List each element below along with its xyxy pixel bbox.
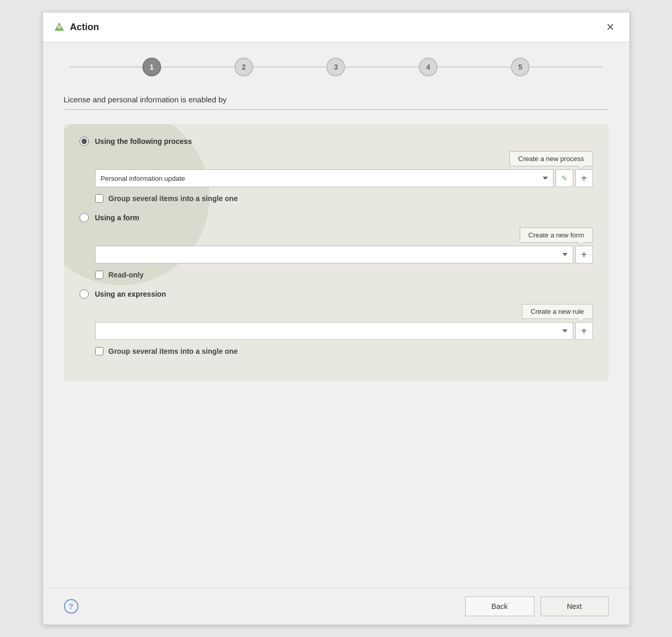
- plus-icon-form: +: [581, 249, 587, 261]
- process-dropdown-row: Personal information update ✎ +: [95, 169, 593, 187]
- section-title: License and personal information is enab…: [64, 95, 609, 104]
- dialog-content: 1 2 3 4 5 License and personal informati…: [43, 42, 629, 588]
- form-radio-label[interactable]: Using a form: [80, 213, 593, 222]
- app-logo: [54, 21, 65, 33]
- expression-dropdown-row: +: [95, 322, 593, 340]
- process-radio-label[interactable]: Using the following process: [80, 137, 593, 146]
- form-readonly-checkbox[interactable]: [95, 271, 103, 279]
- footer-actions: Back Next: [465, 596, 609, 616]
- stepper-line-2: [253, 67, 326, 68]
- create-form-btn-wrapper: Create a new form: [80, 228, 593, 243]
- process-group-checkbox[interactable]: [95, 194, 103, 203]
- create-rule-btn-wrapper: Create a new rule: [80, 304, 593, 319]
- stepper-line-4: [438, 67, 511, 68]
- create-form-button[interactable]: Create a new form: [520, 228, 593, 243]
- main-area: Using the following process Create a new…: [64, 124, 609, 381]
- form-readonly-label[interactable]: Read-only: [95, 271, 593, 279]
- option-expression: Using an expression Create a new rule + …: [80, 289, 593, 355]
- step-5[interactable]: 5: [511, 58, 530, 76]
- stepper-line-0: [69, 67, 142, 68]
- create-process-button[interactable]: Create a new process: [509, 151, 592, 166]
- process-edit-button[interactable]: ✎: [556, 169, 573, 187]
- form-add-button[interactable]: +: [575, 246, 593, 263]
- form-radio[interactable]: [80, 213, 89, 222]
- stepper-line-3: [345, 67, 418, 68]
- step-3[interactable]: 3: [326, 58, 345, 76]
- create-process-btn-wrapper: Create a new process: [80, 151, 593, 166]
- next-button[interactable]: Next: [541, 596, 609, 616]
- process-add-button[interactable]: +: [575, 169, 593, 187]
- dialog-footer: ? Back Next: [43, 588, 629, 625]
- option-process: Using the following process Create a new…: [80, 137, 593, 203]
- step-4[interactable]: 4: [419, 58, 438, 76]
- expression-radio[interactable]: [80, 289, 89, 299]
- expression-add-button[interactable]: +: [575, 322, 593, 340]
- stepper: 1 2 3 4 5: [64, 58, 609, 76]
- pencil-icon: ✎: [561, 174, 568, 182]
- expression-group-checkbox[interactable]: [95, 347, 103, 355]
- expression-radio-label[interactable]: Using an expression: [80, 289, 593, 299]
- process-dropdown[interactable]: Personal information update: [95, 169, 554, 187]
- plus-icon-expr: +: [581, 325, 587, 337]
- process-group-label[interactable]: Group several items into a single one: [95, 194, 593, 203]
- expression-dropdown[interactable]: [95, 322, 573, 340]
- action-dialog: Action ✕ 1 2 3 4 5: [43, 12, 630, 625]
- back-button[interactable]: Back: [465, 596, 534, 616]
- process-radio[interactable]: [80, 137, 89, 146]
- option-form: Using a form Create a new form + Read-on…: [80, 213, 593, 279]
- dialog-title: Action: [70, 22, 602, 33]
- stepper-line-5: [530, 67, 603, 68]
- create-rule-button[interactable]: Create a new rule: [522, 304, 593, 319]
- svg-point-1: [57, 25, 61, 29]
- close-button[interactable]: ✕: [602, 20, 619, 34]
- form-dropdown[interactable]: [95, 246, 573, 263]
- help-button[interactable]: ?: [64, 599, 78, 614]
- step-2[interactable]: 2: [234, 58, 253, 76]
- step-1[interactable]: 1: [142, 58, 161, 76]
- plus-icon: +: [581, 172, 587, 184]
- form-dropdown-row: +: [95, 246, 593, 263]
- title-bar: Action ✕: [43, 12, 629, 42]
- stepper-line-1: [161, 67, 234, 68]
- section-divider: [64, 109, 609, 110]
- expression-group-label[interactable]: Group several items into a single one: [95, 347, 593, 355]
